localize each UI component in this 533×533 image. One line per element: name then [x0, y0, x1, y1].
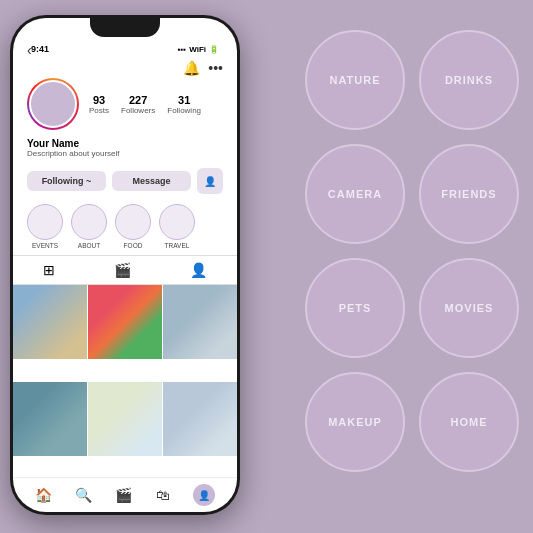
photo-cell-6[interactable] — [163, 382, 237, 456]
tagged-tab[interactable]: 👤 — [190, 262, 207, 278]
following-label: Following — [167, 106, 201, 115]
photo-cell-3[interactable] — [163, 285, 237, 359]
circle-friends[interactable]: FRIENDS — [419, 144, 519, 244]
highlight-about-circle — [71, 204, 107, 240]
profile-name: Your Name — [27, 138, 223, 149]
photo-cell-5[interactable] — [88, 382, 162, 456]
circle-movies-label: MOVIES — [445, 302, 494, 314]
profile-section: 93 Posts 227 Followers 31 Following — [13, 74, 237, 136]
notification-icon[interactable]: 🔔 — [183, 60, 200, 76]
highlight-travel[interactable]: TRAVEL — [159, 204, 195, 249]
status-time: 9:41 — [31, 44, 49, 54]
following-count: 31 — [167, 94, 201, 106]
photo-cell-1[interactable] — [13, 285, 87, 359]
circle-makeup[interactable]: MAKEUP — [305, 372, 405, 472]
highlight-food-label: FOOD — [124, 242, 143, 249]
back-icon[interactable]: ‹ — [27, 42, 32, 58]
stat-posts: 93 Posts — [89, 94, 109, 115]
highlight-about[interactable]: ABOUT — [71, 204, 107, 249]
following-label: Following ~ — [42, 176, 92, 186]
circle-drinks[interactable]: DRINKS — [419, 30, 519, 130]
highlight-travel-label: TRAVEL — [165, 242, 190, 249]
message-label: Message — [132, 176, 170, 186]
phone-mockup: 9:41 ▪▪▪ WiFi 🔋 ‹ 🔔 ••• — [10, 15, 240, 515]
followers-count: 227 — [121, 94, 155, 106]
stat-followers: 227 Followers — [121, 94, 155, 115]
posts-count: 93 — [89, 94, 109, 106]
content-tab-bar: ⊞ 🎬 👤 — [13, 255, 237, 285]
reels-tab[interactable]: 🎬 — [114, 262, 131, 278]
more-icon[interactable]: ••• — [208, 60, 223, 76]
circle-nature[interactable]: NATURE — [305, 30, 405, 130]
profile-description: Description about yourself — [27, 149, 223, 158]
person-plus-icon: 👤 — [204, 176, 216, 187]
circle-movies[interactable]: MOVIES — [419, 258, 519, 358]
home-nav-icon[interactable]: 🏠 — [35, 487, 52, 503]
circle-home[interactable]: HOME — [419, 372, 519, 472]
profile-info: Your Name Description about yourself — [13, 136, 237, 164]
bottom-nav: 🏠 🔍 🎬 🛍 👤 — [13, 477, 237, 512]
posts-label: Posts — [89, 106, 109, 115]
highlight-events[interactable]: EVENTS — [27, 204, 63, 249]
circle-pets[interactable]: PETS — [305, 258, 405, 358]
highlight-travel-circle — [159, 204, 195, 240]
top-nav-area: ‹ 🔔 ••• — [13, 56, 237, 74]
status-icons: ▪▪▪ WiFi 🔋 — [178, 45, 219, 54]
highlight-events-label: EVENTS — [32, 242, 58, 249]
circle-camera-label: CAMERA — [328, 188, 382, 200]
following-button[interactable]: Following ~ — [27, 171, 106, 191]
photo-cell-4[interactable] — [13, 382, 87, 456]
message-button[interactable]: Message — [112, 171, 191, 191]
circle-camera[interactable]: CAMERA — [305, 144, 405, 244]
followers-label: Followers — [121, 106, 155, 115]
avatar-ring — [27, 78, 79, 130]
avatar — [29, 80, 77, 128]
circle-nature-label: NATURE — [329, 74, 380, 86]
shop-nav-icon[interactable]: 🛍 — [156, 487, 170, 503]
highlight-events-circle — [27, 204, 63, 240]
highlight-about-label: ABOUT — [78, 242, 100, 249]
highlights-row: EVENTS ABOUT FOOD TRAVEL — [13, 198, 237, 255]
profile-stats: 93 Posts 227 Followers 31 Following — [89, 94, 223, 115]
top-nav: 🔔 ••• — [13, 56, 237, 78]
photo-grid — [13, 285, 237, 477]
circle-drinks-label: DRINKS — [445, 74, 493, 86]
circle-makeup-label: MAKEUP — [328, 416, 382, 428]
grid-tab[interactable]: ⊞ — [43, 262, 55, 278]
wifi-icon: WiFi — [189, 45, 206, 54]
highlight-circles-grid: NATURE DRINKS CAMERA FRIENDS PETS MOVIES… — [305, 30, 519, 472]
search-nav-icon[interactable]: 🔍 — [75, 487, 92, 503]
add-person-button[interactable]: 👤 — [197, 168, 223, 194]
circle-pets-label: PETS — [339, 302, 372, 314]
action-buttons: Following ~ Message 👤 — [13, 164, 237, 198]
highlight-food-circle — [115, 204, 151, 240]
signal-icon: ▪▪▪ — [178, 45, 187, 54]
circle-home-label: HOME — [451, 416, 488, 428]
circle-friends-label: FRIENDS — [441, 188, 496, 200]
photo-cell-2[interactable] — [88, 285, 162, 359]
highlight-food[interactable]: FOOD — [115, 204, 151, 249]
phone-shell: 9:41 ▪▪▪ WiFi 🔋 ‹ 🔔 ••• — [10, 15, 240, 515]
stat-following: 31 Following — [167, 94, 201, 115]
phone-screen: 9:41 ▪▪▪ WiFi 🔋 ‹ 🔔 ••• — [13, 18, 237, 512]
profile-nav-icon[interactable]: 👤 — [193, 484, 215, 506]
phone-notch — [90, 15, 160, 37]
battery-icon: 🔋 — [209, 45, 219, 54]
reels-nav-icon[interactable]: 🎬 — [115, 487, 132, 503]
